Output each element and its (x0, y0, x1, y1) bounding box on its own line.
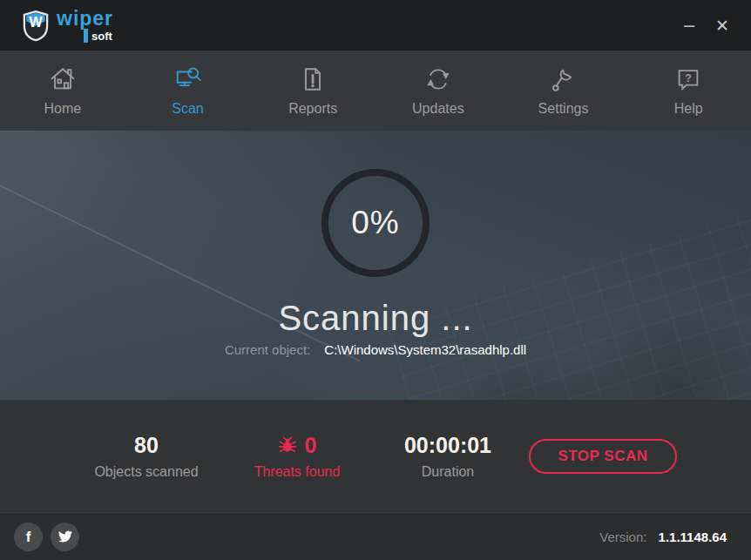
facebook-icon: f (26, 530, 31, 544)
version-label: Version: (599, 530, 646, 544)
footer-bar: f Version: 1.1.1148.64 (0, 512, 751, 560)
duration-value: 00:00:01 (378, 433, 518, 458)
twitter-icon (58, 530, 72, 543)
objects-scanned-value: 80 (77, 433, 216, 458)
current-object-path: C:\Windows\System32\rasadhlp.dll (324, 342, 526, 357)
version-value: 1.1.1148.64 (659, 530, 727, 544)
scan-stats-bar: 80 Objects scanned 0 (0, 400, 751, 512)
updates-icon (423, 64, 453, 94)
threats-found-label: Threats found (227, 464, 367, 480)
nav-item-settings[interactable]: Settings (501, 51, 626, 131)
progress-ring: 0% (321, 169, 430, 277)
window-controls: – ✕ (680, 16, 732, 35)
facebook-button[interactable]: f (14, 523, 43, 551)
wipersoft-logo: W wiper soft (23, 9, 113, 43)
nav-label: Help (674, 101, 703, 117)
brand-primary-text: wiper (57, 9, 113, 29)
threats-found-value: 0 (305, 433, 317, 458)
twitter-button[interactable] (51, 523, 79, 551)
current-object-row: Current object:C:\Windows\System32\rasad… (0, 342, 751, 357)
stat-duration: 00:00:01 Duration (378, 433, 518, 480)
social-links: f (14, 523, 79, 551)
stop-scan-button[interactable]: STOP SCAN (529, 439, 677, 474)
version-info: Version: 1.1.1148.64 (599, 530, 727, 544)
scan-icon (173, 64, 203, 94)
nav-item-updates[interactable]: Updates (376, 51, 501, 131)
nav-label: Scan (172, 101, 203, 117)
current-object-label: Current object: (225, 342, 310, 357)
stat-objects-scanned: 80 Objects scanned (77, 433, 216, 480)
brand-wordmark: wiper soft (57, 9, 113, 43)
close-button[interactable]: ✕ (713, 17, 732, 34)
settings-icon (549, 64, 578, 94)
bug-icon (278, 435, 297, 455)
duration-label: Duration (378, 464, 518, 480)
svg-text:W: W (29, 15, 43, 30)
nav-item-help[interactable]: ? Help (626, 51, 751, 131)
home-icon (48, 64, 78, 94)
stat-threats-found: 0 Threats found (227, 433, 367, 480)
reports-icon (298, 64, 328, 94)
nav-label: Home (44, 101, 81, 117)
nav-label: Settings (538, 101, 589, 117)
main-nav: Home Scan (0, 51, 751, 131)
objects-scanned-label: Objects scanned (77, 464, 216, 480)
nav-item-reports[interactable]: Reports (250, 51, 376, 131)
svg-text:?: ? (685, 72, 692, 84)
nav-item-scan[interactable]: Scan (125, 51, 251, 131)
nav-label: Updates (412, 101, 464, 117)
progress-percent: 0% (351, 205, 399, 241)
minimize-button[interactable]: – (680, 16, 699, 35)
scan-progress-panel: 0% Scanning ... Current object:C:\Window… (0, 131, 751, 400)
nav-item-home[interactable]: Home (0, 51, 125, 131)
nav-label: Reports (288, 101, 337, 117)
shield-logo-icon: W (23, 10, 49, 42)
title-bar: W wiper soft – ✕ (0, 0, 751, 51)
scan-status-title: Scanning ... (0, 299, 751, 338)
wipersoft-window: W wiper soft – ✕ (0, 0, 751, 560)
brand-secondary-text: soft (84, 29, 112, 43)
help-icon: ? (673, 64, 703, 94)
